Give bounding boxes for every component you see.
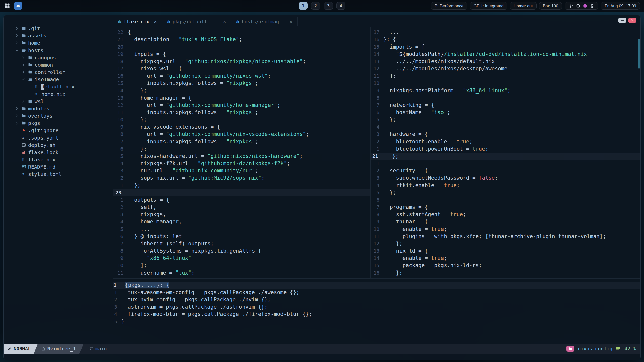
tree-dir-controller[interactable]: controller xyxy=(4,68,113,76)
battery-icon[interactable] xyxy=(590,4,594,8)
wifi-icon[interactable] xyxy=(568,4,573,8)
tree-dir-common[interactable]: common xyxy=(4,61,113,68)
chevron-right-icon[interactable] xyxy=(15,26,22,30)
status-dot-icon[interactable] xyxy=(576,4,580,8)
workspace-2[interactable]: 2 xyxy=(311,2,320,10)
folder-icon xyxy=(28,70,35,75)
line-number: 8 xyxy=(113,247,123,255)
window-pin-button[interactable] xyxy=(618,18,626,23)
workspace-3[interactable]: 3 xyxy=(324,2,333,10)
apps-grid-icon[interactable] xyxy=(4,3,10,9)
tree-file-.sops.yaml[interactable]: ⚙.sops.yaml xyxy=(4,134,113,141)
chevron-right-icon[interactable] xyxy=(15,107,22,111)
line-number: 14 xyxy=(113,87,123,94)
chevron-right-icon[interactable] xyxy=(15,121,22,125)
lock-icon xyxy=(22,150,28,155)
topbar-module[interactable]: P: Performance xyxy=(431,2,467,10)
line-number: 4 xyxy=(371,123,379,131)
topbar-module[interactable]: Home: out xyxy=(510,2,537,10)
clock[interactable]: Fri Aug 09, 17:09 xyxy=(601,2,640,10)
tree-dir-pkgs[interactable]: pkgs xyxy=(4,119,113,127)
code-line: 1 }; xyxy=(113,182,370,189)
tree-dir-canopus[interactable]: canopus xyxy=(4,54,113,61)
tree-item-label: .sops.yaml xyxy=(28,135,58,141)
chevron-right-icon[interactable] xyxy=(15,114,22,118)
tab-label: pkgs/default ... xyxy=(173,19,219,24)
tree-file-README.md[interactable]: README.md xyxy=(4,163,113,170)
tab-close-icon[interactable]: × xyxy=(223,19,226,25)
topbar-module[interactable]: GPU: Integrated xyxy=(470,2,507,10)
tree-item-label: isoImage xyxy=(35,76,59,82)
code-line: 9 thunar = { xyxy=(371,218,640,225)
tree-dir-overlays[interactable]: overlays xyxy=(4,112,113,119)
window-close-button[interactable]: × xyxy=(628,18,636,23)
code-line: 6 } @ inputs: let xyxy=(113,233,370,240)
workspace-4[interactable]: 4 xyxy=(336,2,345,10)
code-line: 16 }; xyxy=(371,269,640,277)
tab-close-icon[interactable]: × xyxy=(154,19,157,25)
chevron-right-icon[interactable] xyxy=(15,41,22,45)
line-number: 2 xyxy=(371,167,379,174)
code-line: 12 url = "github:nix-community/home-mana… xyxy=(113,102,370,109)
code-line: 6 }; xyxy=(113,145,370,153)
topbar-module[interactable]: Bat: 100 xyxy=(539,2,562,10)
tree-item-label: overlays xyxy=(28,113,52,119)
chevron-right-icon[interactable] xyxy=(22,63,28,67)
tree-file-home.nix[interactable]: ❄home.nix xyxy=(4,90,113,98)
code-line: 6 hostName = "iso"; xyxy=(371,109,640,116)
tree-item-label: modules xyxy=(28,106,49,112)
code-line: 13 nix-ld = { xyxy=(371,247,640,255)
code-line: 5} xyxy=(113,318,640,325)
tree-dir-home[interactable]: home xyxy=(4,39,113,47)
code-line: 3 hardware = { xyxy=(371,131,640,138)
launcher-logo[interactable]: JW xyxy=(14,2,22,10)
tree-file-.gitignore[interactable]: .gitignore xyxy=(4,127,113,134)
workspace-1[interactable]: 1 xyxy=(299,2,308,10)
tree-file-flake.lock[interactable]: flake.lock xyxy=(4,149,113,156)
code-line: 2 tux-nvim-config = pkgs.callPackage ./n… xyxy=(113,296,640,303)
mode-icon xyxy=(8,347,11,351)
tree-file-stylua.toml[interactable]: ⚙stylua.toml xyxy=(4,170,113,178)
editor-pane-flake[interactable]: 22{21 description = "tux's NixOS Flake";… xyxy=(113,27,370,278)
tree-dir-modules[interactable]: modules xyxy=(4,105,113,112)
tree-dir-hosts[interactable]: hosts xyxy=(4,47,113,54)
tree-file-default.nix[interactable]: ❄default.nix xyxy=(4,83,113,90)
code-line: 22{ xyxy=(113,29,370,36)
code-text: package = pkgs.nix-ld-rs; xyxy=(383,262,482,269)
code-text: }; xyxy=(128,87,147,94)
code-text: description = "tux's NixOS Flake"; xyxy=(128,36,242,43)
scroll-position: 42 % xyxy=(624,346,636,351)
file-tree[interactable]: .gitassetshomehostscanopuscommoncontroll… xyxy=(4,15,113,344)
code-line: 11 inputs.nixpkgs.follows = "nixpkgs"; xyxy=(113,109,370,116)
chevron-right-icon[interactable] xyxy=(15,34,22,38)
line-number: 9 xyxy=(371,87,379,94)
tab-close-icon[interactable]: × xyxy=(289,19,292,25)
editor-pane-isoimage[interactable]: 17 ...16}: {15 imports = [14 "${modulesP… xyxy=(371,27,640,278)
nix-icon: ❄ xyxy=(35,92,41,97)
tray-pill[interactable] xyxy=(565,2,598,10)
tab-hosts-isoImag..[interactable]: ❄hosts/isoImag..× xyxy=(231,17,298,26)
line-number: 11 xyxy=(113,269,123,277)
tree-dir-isoImage[interactable]: isoImage xyxy=(4,76,113,83)
chevron-down-icon[interactable] xyxy=(22,77,28,81)
tree-file-deploy.sh[interactable]: deploy.sh xyxy=(4,141,113,149)
code-text: nix-ld = { xyxy=(383,247,428,255)
tree-dir-assets[interactable]: assets xyxy=(4,32,113,39)
code-line: 5 ... xyxy=(113,225,370,233)
tree-file-flake.nix[interactable]: ❄flake.nix xyxy=(4,156,113,163)
code-text: home-manager = { xyxy=(128,94,191,102)
editor-pane-pkgs[interactable]: 1{pkgs, ...}: {1 tux-awesome-wm-config =… xyxy=(113,279,640,344)
code-text: "x86_64-linux" xyxy=(128,255,191,262)
chevron-right-icon[interactable] xyxy=(22,56,28,60)
accent-dot-icon[interactable] xyxy=(583,4,587,8)
chevron-right-icon[interactable] xyxy=(22,99,28,103)
tree-dir-.git[interactable]: .git xyxy=(4,25,113,32)
tree-dir-wsl[interactable]: wsl xyxy=(4,98,113,105)
tab-pkgs-default-...[interactable]: ❄pkgs/default ...× xyxy=(162,17,231,26)
scrollbar-thumb[interactable] xyxy=(638,39,640,69)
chevron-right-icon[interactable] xyxy=(22,70,28,74)
chevron-down-icon[interactable] xyxy=(15,48,22,52)
tree-item-label: flake.lock xyxy=(28,149,58,155)
mode-label: NORMAL xyxy=(14,346,31,351)
tab-flake.nix[interactable]: ❄flake.nix× xyxy=(113,17,162,26)
